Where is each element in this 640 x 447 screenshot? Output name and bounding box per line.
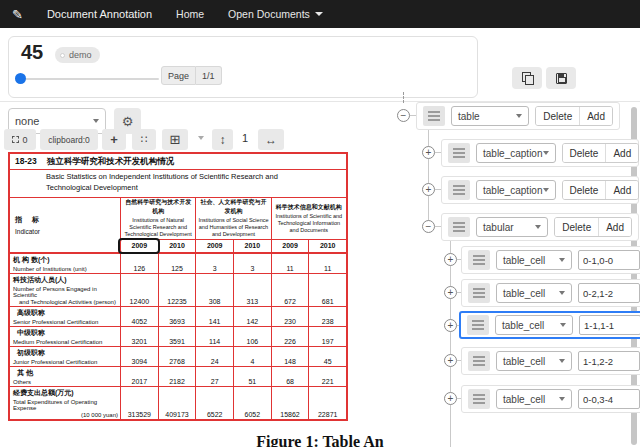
- table-cell[interactable]: 2768: [158, 347, 196, 366]
- expand-icon[interactable]: +: [444, 319, 457, 332]
- indicator-header-cell[interactable]: 指 标 Indicator: [10, 198, 120, 252]
- drag-handle-icon[interactable]: [467, 315, 489, 335]
- year-cell[interactable]: 2009: [271, 240, 309, 252]
- node-type-select[interactable]: table_cell: [496, 389, 572, 409]
- table-row[interactable]: 其 他Others 2017 2182 27 51 68 221: [10, 366, 346, 386]
- table-cell[interactable]: 24: [195, 347, 233, 366]
- group-header-cell[interactable]: 社会、人文科学研究与开发机构 Institutions of Social Sc…: [195, 198, 270, 239]
- table-cell[interactable]: 3201: [120, 327, 158, 346]
- year-cell[interactable]: 2010: [233, 240, 271, 252]
- drag-handle-icon[interactable]: [468, 250, 490, 270]
- table-cell[interactable]: 106: [233, 327, 271, 346]
- split-button[interactable]: ∷: [132, 129, 156, 150]
- node-type-select[interactable]: table_caption: [476, 143, 556, 163]
- nav-home[interactable]: Home: [176, 8, 204, 20]
- slider-track[interactable]: [17, 78, 159, 80]
- clipboard-button[interactable]: clipboard:0: [40, 129, 98, 150]
- table-cell[interactable]: 6052: [233, 387, 271, 419]
- node-type-select[interactable]: table: [451, 106, 529, 126]
- node-type-select[interactable]: table_caption: [476, 180, 556, 200]
- app-title[interactable]: Document Annotation: [47, 8, 152, 20]
- copy-button[interactable]: [512, 67, 542, 89]
- collapse-icon[interactable]: −: [397, 109, 410, 122]
- document-tag[interactable]: demo: [55, 47, 100, 63]
- tree-node-table[interactable]: table Delete Add: [416, 102, 620, 130]
- group-header-cell[interactable]: 自然科学研究与技术开发机构 Institutions of Natural Sc…: [120, 198, 195, 239]
- table-row[interactable]: 科技活动人员(人)Number of Persons Engaged in Sc…: [10, 273, 346, 306]
- table-cell[interactable]: 308: [195, 274, 233, 306]
- table-cell[interactable]: 68: [271, 367, 309, 386]
- year-cell-selected[interactable]: 2009: [120, 240, 158, 252]
- node-type-select[interactable]: table_cell: [496, 351, 572, 371]
- table-cell[interactable]: 11: [308, 254, 346, 273]
- delete-button[interactable]: Delete: [563, 144, 606, 162]
- table-cell[interactable]: 126: [120, 254, 158, 273]
- group-header-cell[interactable]: 科学技术信息和文献机构 Institutions of Scientific a…: [271, 198, 346, 239]
- table-cell[interactable]: 313529: [120, 387, 158, 419]
- table-cell[interactable]: 148: [271, 347, 309, 366]
- delete-button[interactable]: Delete: [555, 218, 598, 236]
- table-cell[interactable]: 230: [271, 307, 309, 326]
- delete-button[interactable]: Delete: [536, 107, 579, 125]
- column-resize-button[interactable]: ↔: [258, 129, 284, 150]
- table-cell[interactable]: 313: [233, 274, 271, 306]
- save-button[interactable]: [546, 67, 576, 89]
- cell-range-input[interactable]: [578, 250, 640, 270]
- tree-node-tabular[interactable]: tabular Delete Add: [441, 213, 639, 241]
- table-cell[interactable]: 3591: [158, 327, 196, 346]
- tree-node-table-cell-selected[interactable]: table_cell: [459, 311, 640, 339]
- table-cell[interactable]: 15862: [271, 387, 309, 419]
- node-type-select[interactable]: table_cell: [496, 283, 572, 303]
- add-annotation-button[interactable]: +: [102, 129, 126, 150]
- table-row[interactable]: 初级职称Junior Professional Certification 30…: [10, 346, 346, 366]
- table-cell[interactable]: 51: [233, 367, 271, 386]
- table-cell[interactable]: 197: [308, 327, 346, 346]
- year-cell[interactable]: 2010: [308, 240, 346, 252]
- expand-icon[interactable]: +: [422, 183, 435, 196]
- drag-handle-icon[interactable]: [448, 217, 470, 237]
- node-type-select[interactable]: tabular: [476, 217, 548, 237]
- expand-icon[interactable]: +: [444, 286, 457, 299]
- table-row[interactable]: 机 构 数(个)Number of Institutions (unit) 12…: [10, 253, 346, 273]
- table-row[interactable]: 经费支出总额(万元)Total Expenditures of Operatin…: [10, 386, 346, 419]
- table-cell[interactable]: 238: [308, 307, 346, 326]
- expand-icon[interactable]: +: [422, 146, 435, 159]
- table-cell[interactable]: 3: [195, 254, 233, 273]
- cell-range-input[interactable]: [578, 351, 640, 371]
- table-cell[interactable]: 22871: [308, 387, 346, 419]
- selection-count-button[interactable]: 0: [4, 129, 36, 150]
- table-cell[interactable]: 12400: [120, 274, 158, 306]
- tree-node-table-cell[interactable]: table_cell: [461, 347, 640, 375]
- table-cell[interactable]: 141: [195, 307, 233, 326]
- table-cell[interactable]: 409173: [158, 387, 196, 419]
- tree-node-table-caption[interactable]: table_caption Delete Add: [441, 176, 639, 204]
- drag-handle-icon[interactable]: [448, 143, 470, 163]
- table-cell[interactable]: 4: [233, 347, 271, 366]
- table-cell[interactable]: 4052: [120, 307, 158, 326]
- table-row[interactable]: 高级职称Senior Professional Certification 40…: [10, 306, 346, 326]
- year-cell[interactable]: 2009: [195, 240, 233, 252]
- table-cell[interactable]: 3094: [120, 347, 158, 366]
- table-cell[interactable]: 114: [195, 327, 233, 346]
- table-cell[interactable]: 45: [308, 347, 346, 366]
- slider-handle[interactable]: [15, 73, 26, 84]
- table-cell[interactable]: 27: [195, 367, 233, 386]
- cell-range-input[interactable]: [578, 389, 640, 409]
- table-cell[interactable]: 12235: [158, 274, 196, 306]
- collapse-icon[interactable]: −: [422, 220, 435, 233]
- tree-node-table-caption[interactable]: table_caption Delete Add: [441, 139, 639, 167]
- drag-handle-icon[interactable]: [468, 283, 490, 303]
- table-cell[interactable]: 11: [271, 254, 309, 273]
- cell-range-input[interactable]: [578, 283, 640, 303]
- table-cell[interactable]: 221: [308, 367, 346, 386]
- delete-button[interactable]: Delete: [563, 181, 606, 199]
- table-cell[interactable]: 3: [233, 254, 271, 273]
- tree-node-table-cell[interactable]: table_cell: [461, 385, 640, 413]
- expand-icon[interactable]: +: [444, 354, 457, 367]
- table-grid-button[interactable]: ⊞: [162, 129, 188, 150]
- drag-handle-icon[interactable]: [423, 106, 445, 126]
- table-cell[interactable]: 226: [271, 327, 309, 346]
- table-cell[interactable]: 2017: [120, 367, 158, 386]
- drag-handle-icon[interactable]: [468, 389, 490, 409]
- tree-node-table-cell[interactable]: table_cell: [461, 246, 640, 274]
